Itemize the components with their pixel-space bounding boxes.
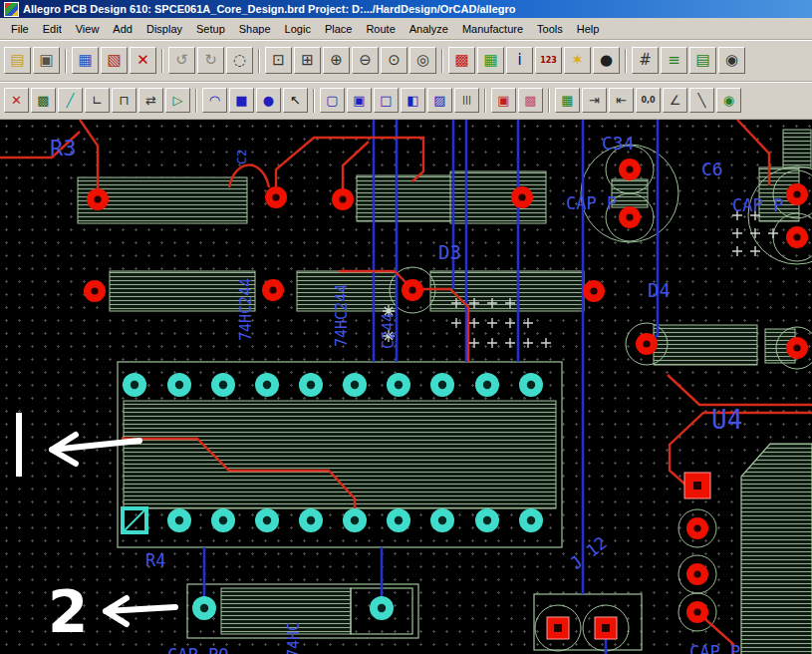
plus-marker bbox=[469, 318, 479, 328]
color-layer-button[interactable]: ▦ bbox=[477, 47, 504, 74]
menu-item-analyze[interactable]: Analyze bbox=[403, 21, 455, 37]
add-line-button[interactable]: ╱ bbox=[58, 88, 83, 113]
silkscreen-label[interactable]: C6 bbox=[701, 159, 723, 179]
zoom-fit-button[interactable]: ⊞ bbox=[294, 47, 321, 74]
silkscreen-label[interactable]: C2 bbox=[234, 149, 249, 164]
shape-rectangular-button[interactable]: ■ bbox=[229, 88, 254, 113]
slant-line-icon: ╲ bbox=[698, 94, 706, 107]
open-button[interactable]: ▤ bbox=[4, 47, 31, 74]
cyan-pad-hole bbox=[131, 381, 138, 389]
shape-hatch-button[interactable]: ▨ bbox=[427, 88, 452, 113]
silkscreen-label[interactable]: 74HC244 bbox=[333, 284, 351, 347]
shape-edit-button[interactable]: ◧ bbox=[401, 88, 425, 113]
silkscreen-label[interactable]: CAP P bbox=[566, 193, 617, 213]
toolbar-separator bbox=[161, 49, 163, 73]
add-orthogonal-line-button[interactable]: ∟ bbox=[85, 88, 110, 113]
move-right-button[interactable]: ⇥ bbox=[582, 88, 607, 113]
silkscreen-label[interactable]: C244 bbox=[380, 313, 398, 349]
menu-item-logic[interactable]: Logic bbox=[278, 21, 318, 37]
zoom-in-button[interactable]: ⊕ bbox=[323, 47, 350, 74]
zoom-out-button[interactable]: ⊖ bbox=[352, 47, 379, 74]
grab-button[interactable]: ◌ bbox=[226, 47, 253, 74]
world-view-2-button[interactable]: ◉ bbox=[716, 88, 741, 113]
via-edit-button[interactable]: ▩ bbox=[518, 88, 543, 113]
via-edit-icon: ▩ bbox=[524, 94, 536, 107]
add-arc-icon: ◠ bbox=[209, 94, 220, 107]
silkscreen-label[interactable]: 74HC bbox=[285, 622, 303, 654]
silkscreen-label[interactable]: R4 bbox=[145, 550, 165, 570]
color-priority-button[interactable]: ▩ bbox=[448, 47, 475, 74]
menu-item-tools[interactable]: Tools bbox=[530, 21, 570, 37]
menu-item-shape[interactable]: Shape bbox=[232, 21, 278, 37]
hilight-button[interactable]: ✶ bbox=[564, 47, 591, 74]
measure-button[interactable]: ⇤ bbox=[609, 88, 634, 113]
silkscreen-label[interactable]: CAP PO bbox=[167, 645, 228, 654]
save-button[interactable]: ▣ bbox=[33, 47, 60, 74]
unfix-button[interactable]: ✕ bbox=[4, 88, 29, 113]
add-trace-button[interactable]: ⊓ bbox=[112, 88, 136, 113]
zoom-in-icon: ⊕ bbox=[330, 53, 343, 68]
silkscreen-label[interactable]: CAP P bbox=[689, 642, 740, 654]
shape-void-button[interactable]: □ bbox=[374, 88, 399, 113]
grid-toggle-button[interactable]: # bbox=[632, 47, 659, 74]
menu-bar: FileEditViewAddDisplaySetupShapeLogicPla… bbox=[0, 18, 812, 40]
menu-item-help[interactable]: Help bbox=[570, 21, 607, 37]
zoom-pan-button[interactable]: ⊙ bbox=[381, 47, 407, 74]
menu-item-file[interactable]: File bbox=[4, 21, 36, 37]
add-arc-button[interactable]: ◠ bbox=[202, 88, 227, 113]
menu-item-route[interactable]: Route bbox=[359, 21, 402, 37]
select-pointer-button[interactable]: ↖ bbox=[283, 88, 308, 113]
menu-item-display[interactable]: Display bbox=[139, 21, 189, 37]
element-info-button[interactable]: i bbox=[506, 47, 533, 74]
silkscreen-label[interactable]: J 12 bbox=[566, 532, 611, 573]
menu-item-manufacture[interactable]: Manufacture bbox=[455, 21, 530, 37]
zoom-previous-button[interactable]: ◎ bbox=[409, 47, 436, 74]
slant-line-button[interactable]: ╲ bbox=[689, 88, 714, 113]
shadow-toggle-button[interactable]: ● bbox=[593, 47, 620, 74]
redo-button[interactable]: ↻ bbox=[197, 47, 224, 74]
origin-button[interactable]: 0,0 bbox=[636, 88, 661, 113]
silkscreen-label[interactable]: D3 bbox=[438, 241, 461, 263]
cross-section-button[interactable]: ▤ bbox=[689, 47, 716, 74]
shape-polygon-button[interactable]: ▢ bbox=[320, 88, 345, 113]
app-window: Allegro PCB Design 610: SPCE061A_Core_De… bbox=[0, 0, 812, 654]
menu-item-add[interactable]: Add bbox=[106, 21, 139, 37]
zoom-points-button[interactable]: ⊡ bbox=[265, 47, 292, 74]
dimension-button[interactable]: ||| bbox=[454, 88, 479, 113]
shape-add-button[interactable]: ▩ bbox=[31, 88, 56, 113]
world-view-button[interactable]: ◉ bbox=[718, 47, 745, 74]
component-body[interactable] bbox=[110, 271, 255, 311]
layer-stack-button[interactable]: ≡ bbox=[661, 47, 687, 74]
zoom-fit-icon: ⊞ bbox=[301, 53, 314, 68]
silkscreen-label[interactable]: D4 bbox=[648, 279, 671, 301]
menu-item-place[interactable]: Place bbox=[318, 21, 360, 37]
angle-measure-button[interactable]: ∠ bbox=[663, 88, 687, 113]
red-trace[interactable] bbox=[668, 375, 812, 405]
pad-edit-button[interactable]: ▣ bbox=[491, 88, 516, 113]
silkscreen-label[interactable]: 74HC244 bbox=[237, 278, 255, 341]
unrats-all-button[interactable]: ▧ bbox=[101, 47, 128, 74]
rats-all-button[interactable]: ▦ bbox=[72, 47, 99, 74]
silkscreen-label[interactable]: CAP P bbox=[732, 195, 783, 215]
place-component-button[interactable]: ▦ bbox=[555, 88, 580, 113]
silkscreen-label[interactable]: R3 bbox=[50, 136, 77, 161]
component-body[interactable] bbox=[741, 444, 812, 654]
menu-item-setup[interactable]: Setup bbox=[189, 21, 232, 37]
annotation-1-bar bbox=[16, 413, 22, 477]
component-body[interactable] bbox=[654, 325, 757, 365]
component-body[interactable] bbox=[783, 130, 811, 167]
shape-circular-button[interactable]: ● bbox=[256, 88, 281, 113]
menu-item-view[interactable]: View bbox=[69, 21, 107, 37]
undo-button[interactable]: ↺ bbox=[168, 47, 195, 74]
pcb-canvas[interactable]: R3C34C6CAP PCAP PD3D4U4R4J 12CAP POCAP P… bbox=[0, 120, 812, 654]
silkscreen-label[interactable]: C34 bbox=[602, 133, 635, 154]
component-body[interactable] bbox=[124, 401, 556, 508]
shape-rect-filled-button[interactable]: ▣ bbox=[347, 88, 372, 113]
swap-button[interactable]: ⇄ bbox=[138, 88, 163, 113]
route-next-button[interactable]: ▷ bbox=[165, 88, 190, 113]
delete-button[interactable]: ✕ bbox=[130, 47, 156, 74]
find-number-button[interactable]: 123 bbox=[535, 47, 562, 74]
find-number-icon: 123 bbox=[540, 57, 557, 65]
menu-item-edit[interactable]: Edit bbox=[36, 21, 69, 37]
silkscreen-label[interactable]: U4 bbox=[711, 405, 742, 435]
